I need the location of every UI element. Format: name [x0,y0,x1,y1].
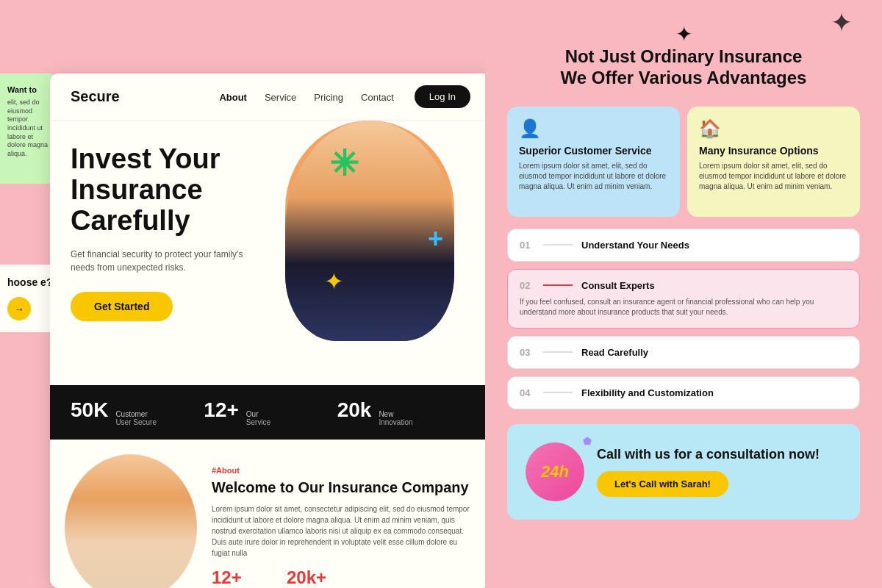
stats-bar: 50K Customer User Secure 12+ Our Service… [50,385,491,440]
cta-star-decoration: ⬟ [583,435,592,447]
cta-content: Call with us for a consultation now! Let… [597,447,820,497]
step-4-number: 04 [520,387,534,398]
top-heading: ✦ Not Just Ordinary Insurance We Offer V… [507,22,860,89]
steps-and-cta: 01 Understand Your Needs 02 Consult Expe… [507,229,860,417]
nav-service[interactable]: Service [265,92,296,103]
step-3-line [543,351,573,353]
about-section: ✦ ✦ #About Welcome to Our Insurance Comp… [50,440,491,588]
main-heading: Not Just Ordinary Insurance We Offer Var… [507,46,860,89]
stat-innovation-sublabel: Innovation [379,418,412,426]
stat-service-label: Our [246,410,270,418]
hero-section: Invest Your Insurance Carefully Get fina… [50,121,491,385]
card-service-icon: 👤 [519,118,668,139]
nav-pricing[interactable]: Pricing [314,92,343,103]
card-service-desc: Lorem ipsum dolor sit amet, elit, sed do… [519,161,668,192]
step-2-title: Consult Experts [581,280,655,291]
about-stat-years: 12+ Years Experience [212,567,269,588]
partial-card-title: Want to [7,85,51,94]
website-mockup: Secure About Service Pricing Contact Log… [50,74,491,588]
step-2-desc: If you feel confused, consult an insuran… [520,297,847,318]
step-4: 04 Flexibility and Customization [507,376,860,409]
nav-links: About Service Pricing Contact [219,90,393,104]
about-years-number: 12+ [212,567,269,588]
step-1: 01 Understand Your Needs [507,229,860,262]
about-title: Welcome to Our Insurance Company [212,479,476,496]
cta-24h-text: 24h [541,462,569,481]
choose-cta-button[interactable]: → [7,297,31,320]
cta-ball-icon: 24h [526,442,584,501]
login-button[interactable]: Log In [415,85,470,108]
step-1-line [543,244,573,245]
stat-innovation-label: New [379,410,412,418]
nav-contact[interactable]: Contact [361,92,394,103]
partial-card-desc: elit, sed do eiusmod tempor incididunt u… [7,98,51,159]
right-deco-star: ✦ [831,7,853,38]
step-3: 03 Read Carefully [507,336,860,369]
stat-users-number: 50K [71,398,108,422]
step-1-header: 01 Understand Your Needs [520,240,847,251]
star-sparkle-icon: ✦ [324,268,344,295]
steps-list: 01 Understand Your Needs 02 Consult Expe… [507,229,860,417]
step-3-title: Read Carefully [581,347,648,358]
hero-subtitle: Get financial security to protect your f… [71,248,262,274]
stat-service-number: 12+ [204,398,239,422]
stat-users-label: Customer [115,410,157,418]
card-superior-service: 👤 Superior Customer Service Lorem ipsum … [507,107,680,217]
step-4-line [543,392,573,393]
stat-innovation-number: 20k [337,398,372,422]
about-text: #About Welcome to Our Insurance Company … [197,454,491,588]
stat-service-sublabel: Service [246,418,270,426]
stat-service: 12+ Our Service [204,398,337,426]
step-2: 02 Consult Experts If you feel confused,… [507,269,860,329]
cta-section: 24h ⬟ Call with us for a consultation no… [507,424,860,520]
cta-title: Call with us for a consultation now! [597,447,820,462]
hero-text: Invest Your Insurance Carefully Get fina… [71,144,262,321]
advantage-cards: 👤 Superior Customer Service Lorem ipsum … [507,107,860,217]
stat-innovation: 20k New Innovation [337,398,470,426]
cta-icon-area: 24h ⬟ [522,439,588,505]
plus-icon: + [428,223,443,254]
get-started-button[interactable]: Get Started [71,292,173,321]
nav-about[interactable]: About [219,92,247,103]
decorative-cross-icon: ✦ [831,7,853,38]
about-customers-number: 20k+ [287,567,326,588]
card-many-options: 🏠 Many Insurance Options Lorem ipsum dol… [687,107,860,217]
step-2-line [543,284,573,286]
stat-users-sublabel: User Secure [115,418,157,426]
brand-name: Secure [71,88,120,104]
stat-users: 50K Customer User Secure [71,398,204,426]
step-3-number: 03 [520,347,534,358]
card-options-icon: 🏠 [699,118,848,139]
card-service-title: Superior Customer Service [519,145,668,157]
about-stat-customers: 20k+ Customers [287,567,326,588]
card-options-desc: Lorem ipsum dolor sit amet, elit, sed do… [699,161,848,192]
about-person-image: ✦ ✦ [65,454,197,588]
right-panel: ✦ ✦ Not Just Ordinary Insurance We Offer… [485,0,882,588]
step-2-number: 02 [520,280,534,291]
card-options-title: Many Insurance Options [699,145,848,157]
step-1-title: Understand Your Needs [581,240,689,251]
about-desc: Lorem ipsum dolor sit amet, consectetur … [212,503,476,559]
hero-title: Invest Your Insurance Carefully [71,144,262,236]
about-stats: 12+ Years Experience 20k+ Customers [212,567,476,588]
step-2-header: 02 Consult Experts [520,280,847,291]
about-tag: #About [212,466,476,475]
cta-call-button[interactable]: Let's Call with Sarah! [597,471,728,497]
step-3-header: 03 Read Carefully [520,347,847,358]
sparkle-star-icon: ✦ [507,22,860,46]
asterisk-icon: ✳ [329,143,359,184]
step-4-title: Flexibility and Customization [581,387,714,398]
logo: Secure [71,88,120,105]
step-4-header: 04 Flexibility and Customization [520,387,847,398]
navbar: Secure About Service Pricing Contact Log… [50,74,491,121]
step-1-number: 01 [520,240,534,251]
